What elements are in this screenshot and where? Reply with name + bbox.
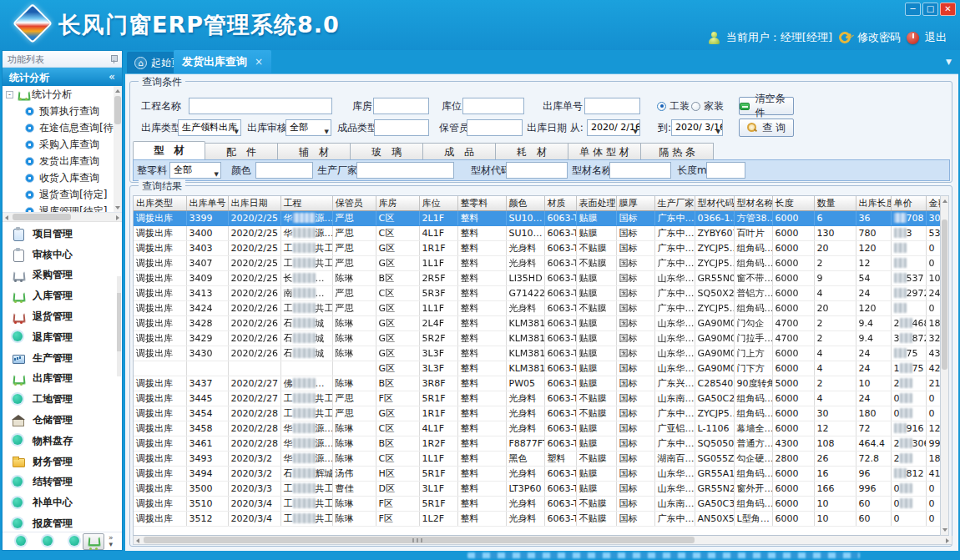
radio-gongzhuang[interactable]: 工装 xyxy=(657,98,690,114)
table-row[interactable]: 调拨出库33992020/2/25华源…严思C区2L1F整料SU10…6063-… xyxy=(134,210,943,225)
dot-icon[interactable] xyxy=(43,536,53,546)
tree-item[interactable]: 退库管理[待定] xyxy=(3,203,122,213)
tree-root[interactable]: - 统计分析 xyxy=(3,86,122,103)
audit-select[interactable]: 全部 xyxy=(285,119,331,136)
column-header[interactable]: 生产厂家 xyxy=(654,196,695,210)
sidebar-item-工地管理[interactable]: 工地管理 xyxy=(3,389,122,410)
outbound-type-select[interactable]: 生产领料出库 xyxy=(178,119,241,136)
material-tab-8[interactable]: 隔 热 条 xyxy=(641,143,714,160)
column-header[interactable]: 整零料 xyxy=(457,196,506,210)
column-header[interactable]: 颜色 xyxy=(506,196,544,210)
tab-close-icon[interactable]: × xyxy=(255,56,263,68)
whole-piece-select[interactable]: 全部 xyxy=(169,162,221,179)
material-tab-7[interactable]: 单 体 型 材 xyxy=(568,143,641,160)
date-to-picker[interactable]: 2020/ 3/16 xyxy=(671,119,723,136)
column-header[interactable]: 型材代码 xyxy=(695,196,734,210)
sidebar-item-采购管理[interactable]: 采购管理 xyxy=(3,265,122,286)
column-header[interactable]: 出库长度 xyxy=(856,196,891,210)
table-row[interactable]: 调拨出库34072020/2/25工共工程严思G区1L1F整料光身料6063-T… xyxy=(134,255,943,270)
expander-icon[interactable]: - xyxy=(6,91,13,98)
scroll-up-icon[interactable] xyxy=(115,89,120,93)
table-row[interactable]: 调拨出库34292020/2/26石城陈琳G区5R2F整料KLM38176063… xyxy=(134,330,943,346)
clear-conditions-button[interactable]: 清空条件 xyxy=(739,97,794,115)
column-header[interactable]: 数量 xyxy=(814,196,856,210)
table-row[interactable]: 调拨出库34942020/3/2石辉城汤伟H区5R1F整料光身料6063-T5贴… xyxy=(134,466,943,481)
sidebar-item-项目管理[interactable]: 项目管理 xyxy=(3,224,122,245)
tab-overflow-caret-icon[interactable]: ▼ xyxy=(946,58,952,66)
column-header[interactable]: 长度 xyxy=(772,196,814,210)
sidebar-item-出库管理[interactable]: 出库管理 xyxy=(3,369,122,390)
table-row[interactable]: 调拨出库35002020/3/3工共工程曹佳D区3L1F整料LT3P606063… xyxy=(134,481,943,496)
sidebar-item-审核中心[interactable]: 审核中心 xyxy=(3,245,122,265)
sidebar-item-退货管理[interactable]: 退货管理 xyxy=(3,306,122,327)
table-row[interactable]: 调拨出库34582020/2/28华源…陈琳C区4L1F整料光身料6063-T5… xyxy=(134,421,943,436)
table-row[interactable]: 调拨出库34932020/3/2华源…陈琳C区1L1F整料黑色塑料不贴膜国标湖南… xyxy=(134,451,943,466)
table-row[interactable]: 调拨出库34282020/2/26石城陈琳G区2L4F整料KLM38176063… xyxy=(134,315,943,330)
tree-vertical-scrollbar[interactable] xyxy=(114,86,122,213)
table-row[interactable]: 调拨出库35102020/3/4工共工程陈琳F区5R1F整料光身料6063-T5… xyxy=(134,496,943,511)
column-header[interactable]: 库房 xyxy=(376,196,419,210)
tree-item[interactable]: 退货查询[待定] xyxy=(3,186,122,203)
sidebar-section-statistics[interactable]: 统计分析 « xyxy=(3,68,122,86)
manufacturer-input[interactable] xyxy=(356,162,454,179)
collapse-icon[interactable]: « xyxy=(109,70,115,83)
radio-jiazhuang[interactable]: 家装 xyxy=(691,98,724,114)
column-header[interactable]: 型材名称 xyxy=(734,196,772,210)
material-tab-6[interactable]: 耗 材 xyxy=(496,143,568,160)
scroll-right-icon[interactable] xyxy=(116,215,119,220)
material-tab-3[interactable]: 辅 材 xyxy=(278,143,351,160)
sidebar-item-入库管理[interactable]: 入库管理 xyxy=(3,285,122,306)
scrollbar-grip[interactable] xyxy=(412,538,424,542)
product-type-input[interactable] xyxy=(374,119,429,136)
table-row[interactable]: 调拨出库34302020/2/26石城陈琳G区3L3F整料KLM38176063… xyxy=(134,346,943,361)
sidebar-item-仓储管理[interactable]: 仓储管理 xyxy=(3,410,122,431)
table-row[interactable]: 调拨出库34092020/2/25长…陈琳B区2R5F整料LI35HD6063-… xyxy=(134,270,943,285)
date-from-picker[interactable]: 2020/ 2/16 xyxy=(587,119,640,136)
warehouse-input[interactable] xyxy=(373,98,429,114)
sidebar-item-结转管理[interactable]: 结转管理 xyxy=(3,472,122,493)
tree-item[interactable]: 采购入库查询 xyxy=(3,136,122,153)
location-input[interactable] xyxy=(462,98,524,114)
column-header[interactable]: 库位 xyxy=(419,196,457,210)
keeper-input[interactable] xyxy=(467,119,523,136)
table-row[interactable]: 调拨出库34612020/2/28华源…陈琳B区1R2F整料F8877FT606… xyxy=(134,436,943,451)
sidebar-item-财务管理[interactable]: 财务管理 xyxy=(3,452,122,472)
material-tab-1[interactable]: 型 材 xyxy=(133,141,205,160)
tree-item[interactable]: 在途信息查询[待 xyxy=(3,119,122,136)
order-no-input[interactable] xyxy=(584,98,640,114)
column-header[interactable]: 出库单号 xyxy=(186,196,228,210)
table-row[interactable]: 调拨出库35122020/3/4工共工程陈琳F区1L2F整料光身料6063-T5… xyxy=(134,511,943,526)
column-header[interactable]: 材质 xyxy=(544,196,576,210)
scroll-left-icon[interactable] xyxy=(136,538,139,543)
table-row[interactable]: G区3L3F整料KLM38176063-T5贴膜国标山东华…GA90M09…门下… xyxy=(134,361,943,376)
search-button[interactable]: 查 询 xyxy=(739,119,794,137)
material-tab-4[interactable]: 玻 璃 xyxy=(351,143,423,160)
sidebar-item-物料盘存[interactable]: 物料盘存 xyxy=(3,431,122,452)
project-name-input[interactable] xyxy=(189,98,332,114)
column-header[interactable]: 出库日期 xyxy=(228,196,280,210)
table-row[interactable]: 调拨出库34242020/2/26工共工程严思G区1L1F整料光身料6063-T… xyxy=(134,300,943,315)
scrollbar-thumb[interactable] xyxy=(942,219,947,370)
overflow-button[interactable]: »▾ xyxy=(109,534,114,547)
sidebar-item-退库管理[interactable]: 退库管理 xyxy=(3,327,122,348)
table-row[interactable]: 调拨出库34452020/2/27工共工程严思F区5R1F整料光身料6063-T… xyxy=(134,391,943,406)
tree-item[interactable]: 预算执行查询 xyxy=(3,103,122,119)
scroll-left-icon[interactable] xyxy=(5,215,8,220)
column-header[interactable]: 表面处理 xyxy=(576,196,616,210)
tree-item[interactable]: 收货入库查询 xyxy=(3,169,122,186)
cart-shortcut-button[interactable] xyxy=(83,533,104,550)
column-header[interactable]: 工程 xyxy=(280,196,332,210)
maximize-button[interactable]: □ xyxy=(922,3,938,16)
column-header[interactable]: 出库类型 xyxy=(134,196,186,210)
column-header[interactable]: 膜厚 xyxy=(616,196,654,210)
table-vertical-scrollbar[interactable] xyxy=(940,195,949,536)
table-row[interactable]: 调拨出库34372020/2/27佛…陈琳B区3R8F整料PW056063-T5… xyxy=(134,376,943,391)
length-input[interactable] xyxy=(706,162,745,179)
dot-icon[interactable] xyxy=(16,536,26,546)
profile-code-input[interactable] xyxy=(506,162,568,179)
dot-icon[interactable] xyxy=(69,536,79,546)
logout-link[interactable]: 退出 xyxy=(925,30,947,45)
color-input[interactable] xyxy=(255,162,313,179)
tree-horizontal-scrollbar[interactable] xyxy=(3,213,122,222)
scrollbar-thumb[interactable] xyxy=(114,96,121,124)
